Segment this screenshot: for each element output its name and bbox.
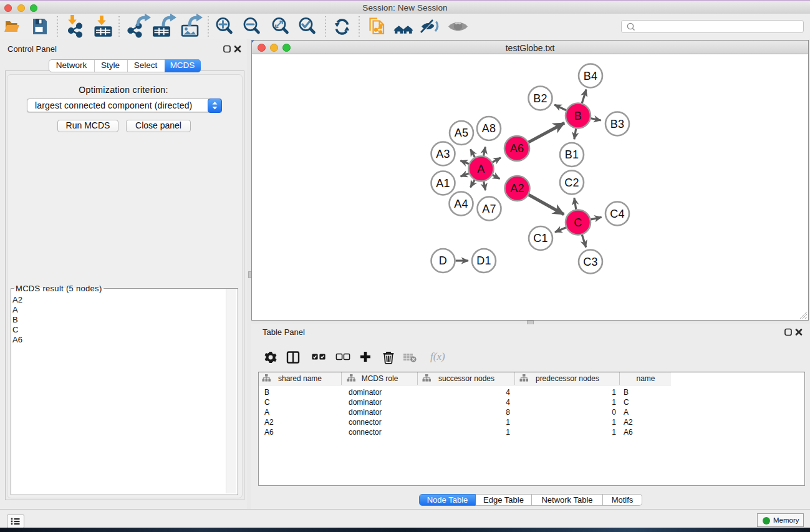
svg-text:B3: B3	[610, 118, 625, 130]
svg-text:A7: A7	[482, 203, 496, 215]
svg-text:A8: A8	[482, 122, 496, 135]
svg-text:C1: C1	[533, 232, 548, 244]
svg-text:D: D	[439, 254, 447, 267]
svg-text:A5: A5	[455, 127, 469, 139]
svg-text:C: C	[574, 216, 582, 229]
svg-text:A6: A6	[510, 142, 524, 155]
svg-text:D1: D1	[476, 254, 491, 267]
svg-text:A4: A4	[454, 198, 468, 210]
svg-text:B: B	[574, 110, 582, 122]
svg-text:C4: C4	[610, 208, 625, 220]
svg-text:A3: A3	[436, 148, 450, 160]
svg-text:B4: B4	[584, 70, 598, 82]
svg-text:C2: C2	[564, 177, 579, 189]
svg-text:C3: C3	[583, 256, 598, 268]
svg-text:A: A	[477, 163, 485, 175]
svg-text:B2: B2	[533, 92, 547, 105]
svg-text:B1: B1	[565, 148, 579, 161]
svg-text:A1: A1	[436, 177, 450, 190]
svg-text:A2: A2	[510, 182, 524, 195]
